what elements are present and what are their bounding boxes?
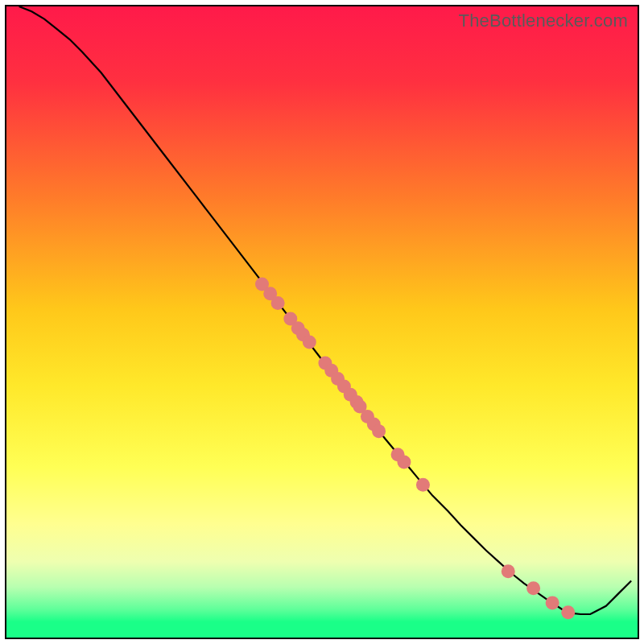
- chart-plot-area: TheBottlenecker.com: [5, 5, 639, 639]
- data-point: [546, 596, 559, 609]
- chart-overlay: [6, 6, 638, 638]
- data-point: [561, 605, 575, 619]
- data-point: [397, 456, 411, 469]
- data-points: [255, 277, 575, 619]
- data-point: [271, 296, 285, 310]
- chart-container: TheBottlenecker.com: [0, 0, 644, 644]
- data-point: [372, 424, 386, 438]
- data-point: [303, 336, 316, 349]
- data-point: [502, 564, 515, 578]
- data-point: [416, 478, 430, 492]
- data-point: [526, 581, 540, 595]
- bottleneck-curve: [19, 6, 631, 614]
- attribution-label: TheBottlenecker.com: [459, 10, 628, 31]
